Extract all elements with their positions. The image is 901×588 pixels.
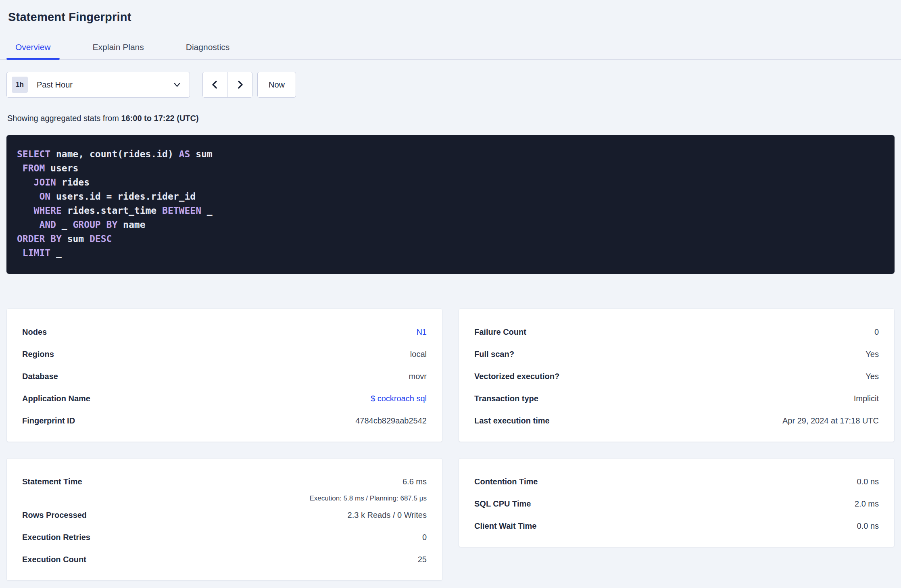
- stat-value-wrap: 0: [874, 321, 879, 343]
- time-range-label: Past Hour: [37, 80, 73, 90]
- sql-keyword: LIMIT: [23, 248, 50, 258]
- stat-label-transaction-type: Transaction type: [474, 388, 538, 410]
- stat-value-wrap: 0: [422, 526, 427, 548]
- stat-value-wrap: N1: [416, 321, 427, 343]
- stat-row: Vectorized execution?Yes: [474, 365, 879, 388]
- sql-text: users: [45, 163, 78, 173]
- stat-value-wrap: $ cockroach sql: [371, 388, 427, 410]
- stat-label-rows-processed: Rows Processed: [22, 504, 87, 526]
- page-title: Statement Fingerprint: [6, 10, 895, 24]
- sql-text: name: [117, 219, 145, 230]
- stat-row: Contention Time0.0 ns: [474, 471, 879, 493]
- stat-subvalue-statement-time: Execution: 5.8 ms / Planning: 687.5 µs: [310, 493, 427, 504]
- sql-text: _: [56, 219, 73, 230]
- tab-bar: OverviewExplain PlansDiagnostics: [0, 38, 901, 60]
- sql-text: [17, 205, 34, 216]
- tab-diagnostics[interactable]: Diagnostics: [177, 38, 239, 59]
- tab-explain-plans[interactable]: Explain Plans: [84, 38, 153, 59]
- performance-cards-row: Statement Time6.6 msExecution: 5.8 ms / …: [6, 458, 895, 581]
- stat-label-last-execution-time: Last execution time: [474, 410, 550, 432]
- sql-text: [17, 177, 34, 188]
- sql-line: WHERE rides.start_time BETWEEN _: [17, 204, 884, 218]
- sql-keyword: AND: [39, 219, 56, 230]
- sql-text: [17, 219, 39, 230]
- stat-value-client-wait-time: 0.0 ns: [857, 515, 879, 537]
- sql-text: name, count(rides.id): [50, 149, 179, 159]
- next-time-button[interactable]: [227, 72, 252, 97]
- stat-value-full-scan: Yes: [866, 343, 879, 365]
- stat-row: Fingerprint ID4784cb829aab2542: [22, 410, 427, 432]
- sql-keyword: WHERE: [34, 205, 62, 216]
- stat-value-execution-count: 25: [418, 548, 427, 571]
- sql-text: [17, 163, 23, 173]
- sql-line: JOIN rides: [17, 175, 884, 190]
- stat-value-wrap: Yes: [866, 343, 879, 365]
- stat-value-statement-time: 6.6 ms: [403, 471, 427, 493]
- stat-value-wrap: Apr 29, 2024 at 17:18 UTC: [782, 410, 879, 432]
- stat-value-wrap: local: [410, 343, 427, 365]
- stat-label-nodes: Nodes: [22, 321, 47, 343]
- sql-line: FROM users: [17, 161, 884, 175]
- sql-keyword: SELECT: [17, 149, 50, 159]
- statement-time-card: Statement Time6.6 msExecution: 5.8 ms / …: [6, 458, 442, 581]
- wait-time-card: Contention Time0.0 nsSQL CPU Time2.0 msC…: [459, 458, 895, 547]
- statement-details-card: NodesN1RegionslocalDatabasemovrApplicati…: [6, 309, 442, 442]
- stat-label-statement-time: Statement Time: [22, 471, 82, 493]
- stat-value-wrap: 0.0 ns: [857, 515, 879, 537]
- stat-label-application-name: Application Name: [22, 388, 90, 410]
- stat-row: Statement Time6.6 msExecution: 5.8 ms / …: [22, 471, 427, 504]
- stat-value-wrap: 25: [418, 548, 427, 571]
- sql-text: [17, 248, 23, 258]
- stat-value-regions: local: [410, 343, 427, 365]
- stat-value-wrap: Yes: [866, 365, 879, 388]
- stat-label-sql-cpu-time: SQL CPU Time: [474, 493, 531, 515]
- stat-label-regions: Regions: [22, 343, 54, 365]
- sql-statement-box: SELECT name, count(rides.id) AS sum FROM…: [6, 135, 895, 274]
- time-range-badge: 1h: [12, 77, 28, 93]
- stat-row: Rows Processed2.3 k Reads / 0 Writes: [22, 504, 427, 526]
- chevron-down-icon: [173, 80, 181, 89]
- stat-label-execution-count: Execution Count: [22, 548, 86, 571]
- stat-label-full-scan: Full scan?: [474, 343, 514, 365]
- prev-time-button[interactable]: [203, 72, 227, 97]
- stat-value-fingerprint-id: 4784cb829aab2542: [355, 410, 427, 432]
- stat-value-last-execution-time: Apr 29, 2024 at 17:18 UTC: [782, 410, 879, 432]
- sql-line: ORDER BY sum DESC: [17, 232, 884, 246]
- stat-row: Client Wait Time0.0 ns: [474, 515, 879, 537]
- stat-row: Failure Count0: [474, 321, 879, 343]
- time-pager: [202, 72, 252, 98]
- stat-row: Databasemovr: [22, 365, 427, 388]
- stat-row: Regionslocal: [22, 343, 427, 365]
- caption-prefix: Showing aggregated stats from: [7, 114, 121, 123]
- sql-keyword: BETWEEN: [162, 205, 201, 216]
- stat-label-client-wait-time: Client Wait Time: [474, 515, 536, 537]
- stat-value-nodes[interactable]: N1: [416, 321, 427, 343]
- aggregated-stats-caption: Showing aggregated stats from 16:00 to 1…: [6, 114, 895, 123]
- stat-value-rows-processed: 2.3 k Reads / 0 Writes: [348, 504, 427, 526]
- stat-row: Last execution timeApr 29, 2024 at 17:18…: [474, 410, 879, 432]
- time-range-dropdown[interactable]: 1h Past Hour: [6, 72, 190, 98]
- stat-label-execution-retries: Execution Retries: [22, 526, 90, 548]
- now-button[interactable]: Now: [257, 72, 296, 98]
- caption-range: 16:00 to 17:22 (UTC): [121, 114, 198, 123]
- sql-keyword: GROUP BY: [73, 219, 117, 230]
- sql-keyword: FROM: [23, 163, 45, 173]
- stat-row: Full scan?Yes: [474, 343, 879, 365]
- stat-value-application-name[interactable]: $ cockroach sql: [371, 388, 427, 410]
- stat-row: Application Name$ cockroach sql: [22, 388, 427, 410]
- stat-value-wrap: 2.3 k Reads / 0 Writes: [348, 504, 427, 526]
- stat-label-fingerprint-id: Fingerprint ID: [22, 410, 75, 432]
- sql-keyword: ORDER BY: [17, 234, 62, 244]
- sql-line: ON users.id = rides.rider_id: [17, 190, 884, 204]
- stat-value-wrap: 6.6 msExecution: 5.8 ms / Planning: 687.…: [310, 471, 427, 504]
- stat-value-transaction-type: Implicit: [854, 388, 879, 410]
- stat-row: Transaction typeImplicit: [474, 388, 879, 410]
- tab-overview[interactable]: Overview: [6, 38, 60, 59]
- stat-value-execution-retries: 0: [422, 526, 427, 548]
- sql-line: LIMIT _: [17, 246, 884, 260]
- sql-text: _: [201, 205, 213, 216]
- sql-text: users.id = rides.rider_id: [50, 191, 196, 202]
- sql-text: rides.start_time: [62, 205, 162, 216]
- stat-value-wrap: 2.0 ms: [855, 493, 879, 515]
- sql-keyword: AS: [179, 149, 190, 159]
